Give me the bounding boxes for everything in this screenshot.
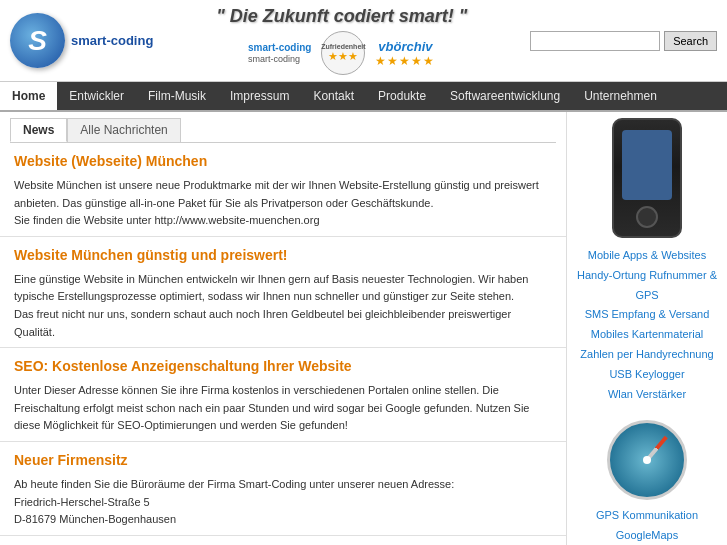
sidebar-phone-link[interactable]: USB Keylogger bbox=[575, 365, 719, 385]
article-body: Eine günstige Website in München entwick… bbox=[14, 271, 552, 341]
sidebar-phone-link[interactable]: Wlan Verstärker bbox=[575, 385, 719, 405]
article-body: Unter Dieser Adresse können Sie ihre Fir… bbox=[14, 382, 552, 435]
nav-item-produkte[interactable]: Produkte bbox=[366, 82, 438, 110]
article-title[interactable]: Website München günstig und preiswert! bbox=[14, 247, 552, 263]
header: S smart-coding " Die Zukunft codiert sma… bbox=[0, 0, 727, 82]
tabs-bar: NewsAlle Nachrichten bbox=[0, 112, 566, 142]
sidebar-phone-link[interactable]: Zahlen per Handyrechnung bbox=[575, 345, 719, 365]
sidebar-compass-link[interactable]: GoogleMaps bbox=[596, 526, 698, 545]
badge-zufrieden-label: Zufriedenheit bbox=[321, 43, 365, 50]
main-content: NewsAlle Nachrichten Website (Webseite) … bbox=[0, 110, 727, 545]
article-section: Website (Webseite) MünchenWebsite Münche… bbox=[0, 143, 566, 237]
phone-links: Mobile Apps & WebsitesHandy-Ortung Rufnu… bbox=[575, 246, 719, 404]
nav-bar: HomeEntwicklerFilm-MusikImpressumKontakt… bbox=[0, 82, 727, 110]
sidebar-phone-link[interactable]: SMS Empfang & Versand bbox=[575, 305, 719, 325]
nav-item-kontakt[interactable]: Kontakt bbox=[301, 82, 366, 110]
logo-name: smart-coding bbox=[71, 33, 153, 48]
search-input[interactable] bbox=[530, 31, 660, 51]
badge-zufrieden: Zufriedenheit ★★★ bbox=[321, 31, 365, 75]
badge-smart-coding: smart-coding smart-coding bbox=[248, 41, 311, 66]
search-button[interactable]: Search bbox=[664, 31, 717, 51]
article-title[interactable]: SEO: Kostenlose Anzeigenschaltung Ihrer … bbox=[14, 358, 552, 374]
logo-icon: S bbox=[10, 13, 65, 68]
header-center: " Die Zukunft codiert smart! " smart-cod… bbox=[153, 6, 530, 75]
logo-area: S smart-coding bbox=[10, 13, 153, 68]
badge-zufrieden-stars: ★★★ bbox=[328, 50, 358, 63]
article-title[interactable]: Neuer Firmensitz bbox=[14, 452, 552, 468]
nav-item-impressum[interactable]: Impressum bbox=[218, 82, 301, 110]
article-title[interactable]: Website (Webseite) München bbox=[14, 153, 552, 169]
articles-container: Website (Webseite) MünchenWebsite Münche… bbox=[0, 143, 566, 536]
nav-item-home[interactable]: Home bbox=[0, 82, 57, 110]
article-body: Ab heute finden Sie die Büroräume der Fi… bbox=[14, 476, 552, 529]
article-section: Neuer FirmensitzAb heute finden Sie die … bbox=[0, 442, 566, 536]
nav-item-entwickler[interactable]: Entwickler bbox=[57, 82, 136, 110]
article-section: Website München günstig und preiswert!Ei… bbox=[0, 237, 566, 348]
badges-area: smart-coding smart-coding Zufriedenheit … bbox=[248, 31, 435, 75]
logo-text: smart-coding bbox=[71, 33, 153, 48]
sidebar-phone-link[interactable]: Mobile Apps & Websites bbox=[575, 246, 719, 266]
tab-news[interactable]: News bbox=[10, 118, 67, 142]
sidebar-phone-link[interactable]: Handy-Ortung Rufnummer & GPS bbox=[575, 266, 719, 306]
nav-item-softwareentwicklung[interactable]: Softwareentwicklung bbox=[438, 82, 572, 110]
badge-sc-line1: smart-coding bbox=[248, 41, 311, 54]
compass-image bbox=[607, 420, 687, 500]
badge-sc-line2: smart-coding bbox=[248, 54, 311, 66]
sidebar: Mobile Apps & WebsitesHandy-Ortung Rufnu… bbox=[567, 112, 727, 545]
nav-item-filmmusik[interactable]: Film-Musik bbox=[136, 82, 218, 110]
phone-image bbox=[612, 118, 682, 238]
tab-alle-nachrichten[interactable]: Alle Nachrichten bbox=[67, 118, 180, 142]
header-right: Search bbox=[530, 31, 717, 51]
sidebar-compass-link[interactable]: GPS Kommunikation bbox=[596, 506, 698, 526]
article-body: Website München ist unsere neue Produktm… bbox=[14, 177, 552, 230]
sidebar-phone-link[interactable]: Mobiles Kartenmaterial bbox=[575, 325, 719, 345]
badge-vb: vbörchiv ★★★★★ bbox=[375, 39, 435, 68]
compass-links: GPS KommunikationGoogleMapsBing! Kartenm… bbox=[596, 506, 698, 545]
badge-vb-label: vbörchiv bbox=[378, 39, 432, 54]
sidebar-phone-section: Mobile Apps & WebsitesHandy-Ortung Rufnu… bbox=[575, 118, 719, 545]
compass-center-dot bbox=[643, 456, 651, 464]
badge-vb-stars: ★★★★★ bbox=[375, 54, 435, 68]
article-section: SEO: Kostenlose Anzeigenschaltung Ihrer … bbox=[0, 348, 566, 442]
nav-item-unternehmen[interactable]: Unternehmen bbox=[572, 82, 669, 110]
content-area: NewsAlle Nachrichten Website (Webseite) … bbox=[0, 112, 567, 545]
slogan-text: " Die Zukunft codiert smart! " bbox=[216, 6, 467, 27]
